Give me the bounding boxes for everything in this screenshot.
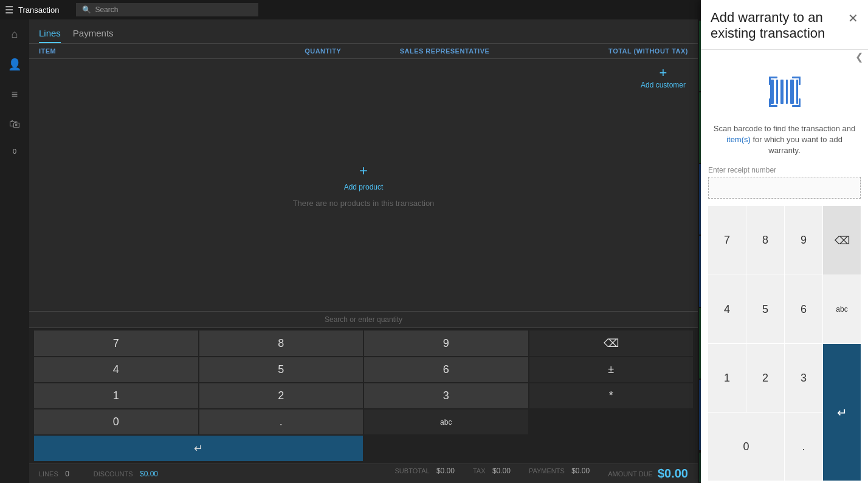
subtotal-value: $0.00 (436, 467, 455, 475)
num-btn-plusminus[interactable]: ± (529, 357, 694, 382)
add-product-button[interactable]: + Add product (344, 162, 384, 191)
panel-num-abc[interactable]: abc (823, 275, 861, 343)
panel-overlay: Add warranty to an existing transaction … (701, 19, 868, 483)
sidebar-bag-icon[interactable]: 🛍 (7, 115, 22, 133)
tab-payments[interactable]: Payments (73, 24, 114, 43)
panel-num-2[interactable]: 2 (746, 344, 784, 412)
panel-scroll-area: ❮ (701, 50, 868, 64)
num-btn-7[interactable]: 7 (34, 331, 198, 356)
num-btn-enter[interactable]: ↵ (34, 436, 363, 461)
num-btn-6[interactable]: 6 (364, 357, 528, 382)
lines-label: LINES (39, 470, 58, 478)
num-btn-9[interactable]: 9 (364, 331, 528, 356)
amount-due: AMOUNT DUE $0.00 (608, 467, 688, 481)
receipt-label: Enter receipt number (708, 166, 861, 174)
add-customer-button[interactable]: + Add customer (641, 65, 686, 89)
lines-total: LINES 0 (39, 470, 69, 478)
transaction-area: Lines Payments ITEM QUANTITY SALES REPRE… (29, 19, 698, 483)
scanner-area: Scan barcode to find the transaction and… (701, 64, 868, 166)
num-btn-3[interactable]: 3 (364, 383, 528, 408)
receipt-input[interactable] (714, 183, 855, 193)
panel-num-3[interactable]: 3 (785, 344, 822, 412)
panel-num-6[interactable]: 6 (785, 275, 822, 343)
content-body: + Add customer + Add product There are n… (29, 59, 698, 311)
panel-close-button[interactable]: ✕ (848, 19, 858, 26)
panel-num-5[interactable]: 5 (746, 275, 784, 343)
num-btn-8[interactable]: 8 (199, 331, 363, 356)
num-btn-4[interactable]: 4 (34, 357, 198, 382)
tax: TAX $0.00 (473, 467, 511, 481)
panel-num-1[interactable]: 1 (708, 344, 746, 412)
panel-header: Add warranty to an existing transaction … (701, 19, 868, 50)
totals-right: SUBTOTAL $0.00 TAX $0.00 PAYMENTS $0.00 … (395, 467, 688, 481)
svg-rect-2 (780, 80, 784, 104)
col-header-rep: SALES REPRESENTATIVE (363, 47, 526, 55)
quantity-search: Search or enter quantity (29, 311, 698, 328)
panel-back-button[interactable]: ❮ (855, 51, 863, 63)
payments: PAYMENTS $0.00 (529, 467, 590, 481)
payments-label: PAYMENTS (529, 467, 565, 474)
svg-rect-5 (796, 80, 798, 104)
col-header-item: ITEM (39, 47, 283, 55)
svg-rect-4 (790, 80, 794, 104)
add-customer-label: Add customer (641, 81, 686, 89)
search-bar[interactable]: 🔍 Search (76, 3, 258, 16)
table-header: ITEM QUANTITY SALES REPRESENTATIVE TOTAL… (29, 44, 698, 59)
num-btn-5[interactable]: 5 (199, 357, 363, 382)
main-content: ⌂ 👤 ≡ 🛍 0 Lines Payments ITEM QUANTITY S… (0, 19, 868, 483)
amount-due-label: AMOUNT DUE (608, 470, 653, 478)
panel-numpad: 7 8 9 ⌫ 4 5 6 abc 1 2 3 ↵ 0 . (701, 204, 868, 483)
barcode-scanner-icon (766, 74, 803, 117)
sidebar-users-icon[interactable]: 👤 (5, 55, 24, 74)
scanner-description: Scan barcode to find the transaction and… (711, 123, 858, 157)
panel-num-0[interactable]: 0 (708, 413, 784, 481)
no-products-text: There are no products in this transactio… (293, 199, 435, 208)
svg-rect-3 (786, 80, 788, 104)
num-btn-backspace[interactable]: ⌫ (529, 331, 694, 356)
sidebar-home-icon[interactable]: ⌂ (9, 26, 21, 43)
num-btn-multiply[interactable]: * (529, 383, 694, 408)
num-btn-1[interactable]: 1 (34, 383, 198, 408)
tabs: Lines Payments (29, 19, 698, 44)
payments-value: $0.00 (571, 467, 590, 475)
col-header-total: TOTAL (WITHOUT TAX) (526, 47, 688, 55)
numpad: 7 8 9 ⌫ 4 5 6 ± 1 2 3 * 0 . abc ↵ (29, 328, 698, 464)
receipt-input-wrap[interactable] (708, 177, 861, 199)
discounts-label: DISCOUNTS (94, 470, 133, 478)
subtotal: SUBTOTAL $0.00 (395, 467, 455, 481)
app-title: Transaction (18, 5, 59, 15)
tab-lines[interactable]: Lines (39, 24, 61, 43)
svg-rect-12 (799, 77, 801, 85)
search-icon: 🔍 (82, 5, 91, 14)
panel-num-enter[interactable]: ↵ (823, 344, 861, 481)
num-btn-0[interactable]: 0 (34, 409, 198, 434)
scanner-text-before: Scan barcode to find the transaction and (714, 124, 855, 133)
num-btn-dot[interactable]: . (199, 409, 363, 434)
scanner-items-link[interactable]: item(s) (726, 135, 751, 144)
svg-rect-1 (776, 80, 778, 104)
totals-row: LINES 0 DISCOUNTS $0.00 SUBTOTAL $0.00 T… (29, 464, 698, 483)
panel-num-8[interactable]: 8 (746, 206, 784, 275)
panel-num-backspace[interactable]: ⌫ (823, 206, 861, 275)
panel-num-4[interactable]: 4 (708, 275, 746, 343)
hamburger-icon[interactable]: ☰ (5, 4, 13, 16)
panel-num-dot[interactable]: . (785, 413, 822, 481)
panel-title: Add warranty to an existing transaction (711, 19, 838, 42)
add-customer-plus-icon: + (660, 65, 667, 81)
panel-num-7[interactable]: 7 (708, 206, 746, 275)
lines-value: 0 (65, 470, 69, 478)
add-product-plus-icon: + (359, 162, 368, 179)
tax-label: TAX (473, 467, 486, 474)
num-btn-abc[interactable]: abc (364, 409, 528, 434)
tax-value: $0.00 (492, 467, 511, 475)
discounts-value: $0.00 (140, 470, 158, 478)
num-btn-2[interactable]: 2 (199, 383, 363, 408)
totals-left: LINES 0 DISCOUNTS $0.00 (39, 470, 158, 478)
col-header-qty: QUANTITY (283, 47, 364, 55)
search-placeholder: Search (95, 5, 118, 14)
panel-num-9[interactable]: 9 (785, 206, 822, 275)
sidebar-menu-icon[interactable]: ≡ (9, 86, 21, 103)
add-product-label: Add product (344, 183, 384, 191)
svg-rect-13 (799, 98, 801, 107)
amount-due-value: $0.00 (658, 467, 688, 481)
